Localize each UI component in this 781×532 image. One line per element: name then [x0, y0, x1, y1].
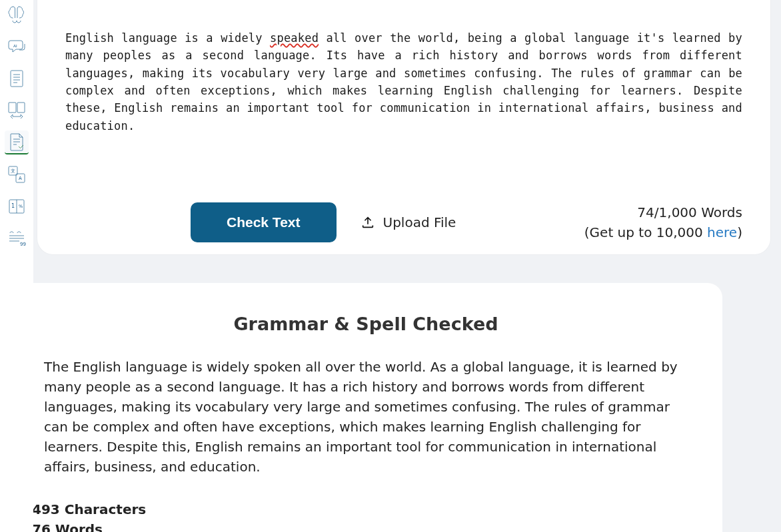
upsell-suffix: )	[737, 224, 742, 240]
spell-error-word[interactable]: speaked	[270, 31, 319, 45]
editor-text[interactable]: English language is a widely speaked all…	[65, 29, 742, 134]
grammar-check-icon[interactable]	[5, 131, 29, 154]
svg-text:1: 1	[11, 203, 15, 209]
word-count-text: 74/1,000 Words	[584, 202, 742, 222]
editor-text-post: all over the world, being a global langu…	[65, 31, 749, 133]
tool-sidebar: AI 文A 1% 99	[0, 0, 33, 532]
upsell-link[interactable]: here	[707, 224, 737, 240]
upload-label: Upload File	[383, 214, 456, 230]
document-list-icon[interactable]	[5, 67, 29, 91]
svg-text:99: 99	[20, 242, 26, 247]
upload-file-button[interactable]: Upload File	[361, 214, 456, 230]
quote-icon[interactable]: 99	[5, 226, 29, 250]
upsell-prefix: (Get up to 10,000	[584, 224, 707, 240]
svg-text:%: %	[19, 204, 23, 209]
editor-text-pre: English language is a widely	[65, 31, 270, 45]
svg-text:AI: AI	[13, 44, 17, 48]
svg-rect-2	[9, 103, 16, 113]
svg-text:A: A	[19, 176, 22, 181]
action-row: Check Text Upload File 74/1,000 Words (G…	[37, 202, 770, 242]
result-char-count: 493 Characters	[32, 499, 689, 519]
columns-icon[interactable]: 1%	[5, 194, 29, 218]
svg-rect-1	[11, 71, 23, 87]
result-card: Grammar & Spell Checked The English lang…	[9, 283, 722, 532]
svg-rect-3	[17, 103, 25, 113]
ai-chat-icon[interactable]: AI	[5, 35, 29, 59]
diff-compare-icon[interactable]	[5, 99, 29, 123]
word-count-block: 74/1,000 Words (Get up to 10,000 here)	[584, 202, 742, 242]
result-body: The English language is widely spoken al…	[43, 357, 689, 477]
result-stats: 493 Characters 76 Words	[32, 499, 689, 532]
editor-card: English language is a widely speaked all…	[37, 0, 770, 254]
upload-icon	[361, 215, 375, 230]
check-text-button[interactable]: Check Text	[191, 202, 337, 242]
svg-text:文: 文	[11, 168, 15, 174]
translate-icon[interactable]: 文A	[5, 162, 29, 186]
result-title: Grammar & Spell Checked	[43, 314, 689, 334]
result-word-count: 76 Words	[32, 519, 689, 532]
brain-icon[interactable]	[5, 3, 29, 27]
